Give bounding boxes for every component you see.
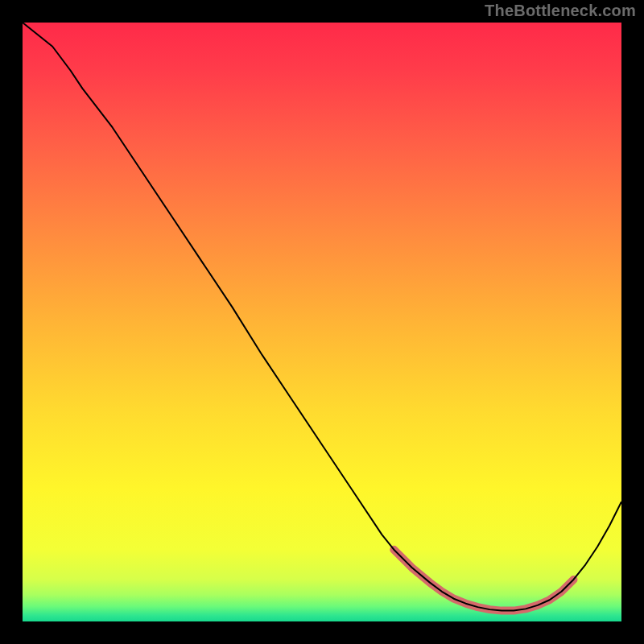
chart-frame: TheBottleneck.com — [0, 0, 644, 644]
chart-svg — [23, 23, 621, 621]
chart-plot-area — [23, 23, 621, 621]
watermark-label: TheBottleneck.com — [485, 2, 636, 20]
chart-background — [23, 23, 621, 621]
